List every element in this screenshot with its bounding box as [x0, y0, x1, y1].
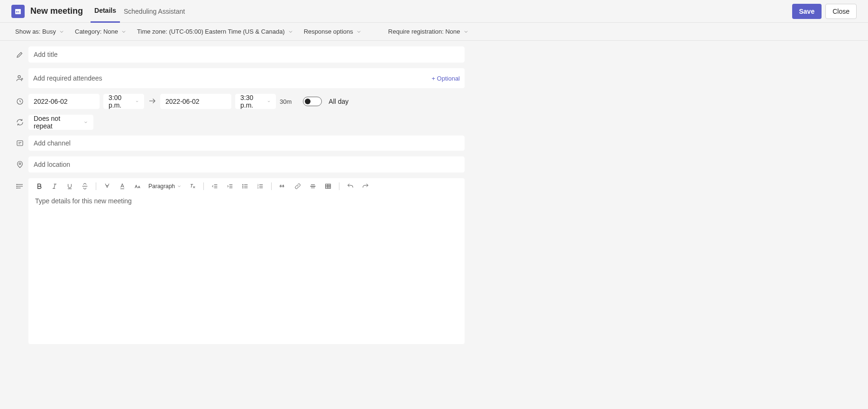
toolbar-separator: [271, 182, 272, 190]
svg-text:3: 3: [257, 187, 259, 189]
svg-point-18: [17, 186, 17, 187]
undo-button[interactable]: [346, 182, 355, 191]
description-row: Paragraph 123 Type details for this new …: [11, 178, 857, 344]
start-time-select[interactable]: 3:00 p.m.: [103, 94, 144, 109]
description-editor[interactable]: Type details for this new meeting: [28, 194, 465, 327]
tab-details[interactable]: Details: [91, 0, 120, 23]
svg-rect-3: [18, 11, 18, 12]
chevron-down-icon: [356, 29, 362, 35]
svg-rect-50: [326, 184, 331, 188]
meeting-form: + Optional 2022-06-02 3:00 p.m. 2022-06-…: [0, 41, 868, 355]
svg-rect-2: [16, 11, 17, 12]
quote-button[interactable]: [278, 182, 287, 191]
numbered-list-button[interactable]: 123: [256, 182, 265, 191]
page-title: New meeting: [30, 6, 83, 16]
svg-point-37: [243, 188, 243, 188]
timezone-label: Time zone: (UTC-05:00) Eastern Time (US …: [137, 28, 285, 35]
chevron-down-icon: [83, 120, 88, 125]
font-color-button[interactable]: [118, 182, 127, 191]
people-add-icon: [11, 74, 28, 82]
require-registration-dropdown[interactable]: Require registration: None: [388, 28, 469, 35]
options-bar: Show as: Busy Category: None Time zone: …: [0, 23, 868, 41]
repeat-select[interactable]: Does not repeat: [28, 115, 93, 130]
tab-scheduling-assistant[interactable]: Scheduling Assistant: [120, 0, 189, 23]
chevron-down-icon: [267, 99, 271, 104]
font-size-button[interactable]: [133, 182, 142, 191]
end-date-input[interactable]: 2022-06-02: [160, 94, 231, 109]
redo-button[interactable]: [361, 182, 370, 191]
paragraph-style-label: Paragraph: [148, 183, 175, 190]
clock-icon: [11, 97, 28, 106]
attendees-input[interactable]: [33, 68, 431, 88]
toolbar-separator: [339, 182, 339, 190]
svg-point-35: [243, 184, 243, 185]
timezone-dropdown[interactable]: Time zone: (UTC-05:00) Eastern Time (US …: [137, 28, 293, 35]
end-time-select[interactable]: 3:30 p.m.: [235, 94, 276, 109]
all-day-label: All day: [329, 98, 348, 105]
show-as-label: Show as: Busy: [15, 28, 56, 35]
location-row: [11, 156, 857, 173]
start-date-value: 2022-06-02: [34, 98, 68, 105]
channel-input[interactable]: [28, 136, 465, 151]
decrease-indent-button[interactable]: [210, 182, 219, 191]
all-day-toggle[interactable]: [303, 97, 322, 106]
location-icon: [11, 160, 28, 169]
registration-label: Require registration: None: [388, 28, 460, 35]
chevron-down-icon: [135, 99, 139, 104]
chevron-down-icon: [288, 29, 293, 35]
description-icon: [11, 182, 28, 191]
header: New meeting Details Scheduling Assistant…: [0, 0, 868, 23]
svg-rect-1: [15, 9, 21, 10]
svg-point-13: [19, 163, 21, 165]
clear-formatting-button[interactable]: [188, 182, 197, 191]
datetime-row: 2022-06-02 3:00 p.m. 2022-06-02 3:30 p.m…: [11, 94, 857, 109]
toolbar-separator: [203, 182, 204, 190]
repeat-value: Does not repeat: [34, 115, 80, 130]
toolbar-separator: [96, 182, 96, 190]
category-dropdown[interactable]: Category: None: [75, 28, 127, 35]
duration-label: 30m: [280, 98, 292, 105]
close-button[interactable]: Close: [825, 4, 857, 19]
underline-button[interactable]: [65, 182, 74, 191]
chevron-down-icon: [463, 29, 469, 35]
increase-indent-button[interactable]: [226, 182, 234, 191]
svg-rect-10: [17, 141, 23, 146]
arrow-right-icon: [148, 97, 156, 107]
italic-button[interactable]: [50, 182, 59, 191]
attendees-field: + Optional: [28, 68, 465, 88]
save-button[interactable]: Save: [792, 4, 822, 19]
start-time-value: 3:00 p.m.: [109, 94, 131, 109]
rich-text-editor: Paragraph 123 Type details for this new …: [28, 178, 465, 344]
link-button[interactable]: [293, 182, 302, 191]
editor-toolbar: Paragraph 123: [28, 178, 465, 194]
response-options-label: Response options: [304, 28, 353, 35]
repeat-icon: [11, 118, 28, 127]
paragraph-style-select[interactable]: Paragraph: [148, 183, 182, 190]
calendar-app-icon: [11, 5, 25, 18]
chevron-down-icon: [121, 29, 127, 35]
bold-button[interactable]: [35, 182, 44, 191]
response-options-dropdown[interactable]: Response options: [304, 28, 362, 35]
location-input[interactable]: [28, 156, 465, 173]
strikethrough-button[interactable]: [81, 182, 89, 191]
show-as-dropdown[interactable]: Show as: Busy: [15, 28, 64, 35]
title-input[interactable]: [28, 46, 465, 63]
svg-point-17: [17, 184, 17, 185]
highlight-button[interactable]: [103, 182, 111, 191]
table-button[interactable]: [324, 182, 332, 191]
chevron-down-icon: [177, 184, 182, 189]
bullet-list-button[interactable]: [241, 182, 249, 191]
svg-point-36: [243, 186, 243, 186]
end-time-value: 3:30 p.m.: [240, 94, 263, 109]
svg-point-4: [18, 75, 20, 78]
svg-line-20: [54, 184, 55, 188]
edit-icon: [11, 50, 28, 59]
horizontal-rule-button[interactable]: [309, 182, 317, 191]
chevron-down-icon: [59, 29, 64, 35]
add-optional-button[interactable]: + Optional: [431, 75, 460, 82]
title-row: [11, 46, 857, 63]
end-date-value: 2022-06-02: [165, 98, 200, 105]
repeat-row: Does not repeat: [11, 115, 857, 130]
start-date-input[interactable]: 2022-06-02: [28, 94, 100, 109]
channel-row: [11, 136, 857, 151]
